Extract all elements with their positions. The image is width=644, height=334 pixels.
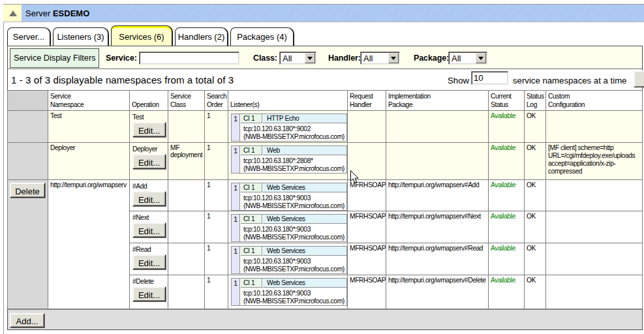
header-listeners: Listener(s) [228,91,348,111]
current-status-cell: Available [489,243,525,275]
listener-box: 1 CI 1 Web Services tcp:10.120.63.180*:9… [231,214,347,242]
tab-listeners[interactable]: Listeners (3) [53,27,109,46]
class-select-dropdown-button[interactable] [305,53,315,63]
service-row-wmapserv-add: Delete http://tempuri.org/wmapserv #Add … [8,180,643,211]
tab-services[interactable]: Services (6) [111,25,173,46]
listener-name: HTTP Echo [263,114,346,123]
namespace-cell: Test [48,111,130,143]
edit-button[interactable]: Edit... [132,286,166,301]
header-service-class: Service Class [168,91,205,111]
listener-endpoint: tcp:10.120.63.180*:9002 (NWB-MBISSETXP.m… [241,124,346,141]
request-handler-cell [348,111,386,143]
namespace-count-summary: 1 - 3 of 3 displayable namespaces from a… [11,74,234,85]
handler-filter-label: Handler: [328,53,361,63]
current-status-cell: Available [489,211,525,243]
listener-box: 1 CI 1 HTTP Echo tcp:10.120.63.180*:9002… [231,114,347,142]
header-custom-configuration: Custom Configuration [546,91,643,111]
handler-select-dropdown-button[interactable] [388,53,399,63]
status-log-cell: OK [525,143,546,180]
service-row-test: Test Test Edit... 1 1 CI 1 HTTP Echo tcp… [8,111,643,143]
status-log-cell: OK [525,111,546,143]
collapse-corner[interactable] [3,5,22,22]
header-status-log: Status Log [525,91,546,111]
actions-cell [8,143,48,180]
listener-process: CI 1 [241,183,262,192]
current-status-cell: Available [489,143,525,180]
listener-name: Web Services [263,183,346,192]
custom-configuration-cell [546,211,643,243]
listener-name: Web Services [263,247,346,256]
header-request-handler: Request Handler [348,91,386,111]
listener-index: 1 [232,183,240,210]
custom-configuration-cell [546,275,643,309]
listeners-cell: 1 CI 1 Web Services tcp:10.120.63.180*:9… [228,211,348,243]
header-search-order: Search Order [205,91,228,111]
listener-index: 1 [232,215,240,241]
delete-button[interactable]: Delete [10,183,45,198]
server-header-bar: Server ESDEMO [3,4,644,22]
namespace-cell: Deployer [48,143,130,180]
operation-label: #Next [132,214,166,221]
collapse-triangle-icon[interactable] [9,10,17,16]
status-log-cell: OK [525,275,546,309]
server-name: ESDEMO [53,8,89,18]
handler-select[interactable]: All [360,52,400,65]
mouse-cursor-icon [350,170,360,184]
class-select[interactable]: All [279,52,316,65]
operation-cell: Deployer Edit... [130,143,168,180]
show-suffix-label: service namespaces at a time [513,76,626,85]
tab-packages[interactable]: Packages (4) [230,27,294,46]
status-log-cell: OK [525,243,546,275]
listener-box: 1 CI 1 Web Services tcp:10.120.63.180*:9… [231,278,347,306]
operation-cell: #Add Edit... [130,180,168,211]
operation-cell: #Next Edit... [130,211,168,243]
service-class-cell [168,111,205,143]
show-count-input[interactable] [471,71,508,85]
listener-index: 1 [232,247,240,273]
request-handler-cell: MFRHSOAP [348,180,386,211]
listener-endpoint: tcp:10.120.63.180*:9003 (NWB-MBISSETXP.m… [241,193,346,210]
add-button[interactable]: Add... [10,313,44,327]
listener-process: CI 1 [241,247,262,256]
implementation-package-cell: http://tempuri.org/wmapserv#Next [386,211,489,243]
edit-button[interactable]: Edit... [132,222,166,237]
service-class-cell [168,211,205,243]
namespace-cell: http://tempuri.org/wmapserv [48,180,130,309]
listener-box: 1 CI 1 Web tcp:10.120.63.180*:2808* (NWB… [231,145,347,174]
listeners-cell: 1 CI 1 Web Services tcp:10.120.63.180*:9… [228,180,348,211]
class-filter-label: Class: [253,53,277,63]
tab-handlers[interactable]: Handlers (2) [175,27,228,46]
show-label: Show [448,76,469,85]
edit-button[interactable]: Edit... [132,254,166,269]
header-implementation-package: Implementation Package [386,91,489,111]
operation-label: Test [132,114,166,121]
listener-endpoint: tcp:10.120.63.180*:2808* (NWB-MBISSETXP.… [241,156,346,173]
package-select-dropdown-button[interactable] [476,53,486,63]
search-order-cell: 1 [205,111,228,143]
request-handler-cell: MFRHSOAP [348,243,386,275]
listener-process: CI 1 [241,146,262,155]
header-actions [8,91,48,111]
page-next-button[interactable] [634,70,644,87]
custom-configuration-cell [546,111,643,143]
services-table: Service Namespace Operation Service Clas… [7,90,643,309]
edit-button[interactable]: Edit... [132,154,166,169]
implementation-package-cell: http://tempuri.org/wmapserv#Add [386,180,489,211]
edit-button[interactable]: Edit... [132,122,166,137]
listener-process: CI 1 [241,279,262,288]
package-select[interactable]: All [448,52,487,65]
service-filter-input[interactable] [139,52,239,65]
actions-cell [8,111,48,143]
actions-cell: Delete [8,180,48,309]
request-handler-cell: MFRHSOAP [348,275,386,309]
search-order-cell: 1 [205,275,228,309]
current-status-cell: Available [489,180,525,211]
dropdown-arrow-icon [307,57,313,60]
edit-button[interactable]: Edit... [132,191,166,206]
server-title: Server ESDEMO [25,8,89,18]
listener-endpoint: tcp:10.120.63.180*:9003 (NWB-MBISSETXP.m… [241,256,346,273]
listeners-cell: 1 CI 1 Web tcp:10.120.63.180*:2808* (NWB… [228,143,348,180]
listener-name: Web Services [263,279,346,288]
tab-server[interactable]: Server... [7,27,51,46]
listener-name: Web [263,146,346,155]
